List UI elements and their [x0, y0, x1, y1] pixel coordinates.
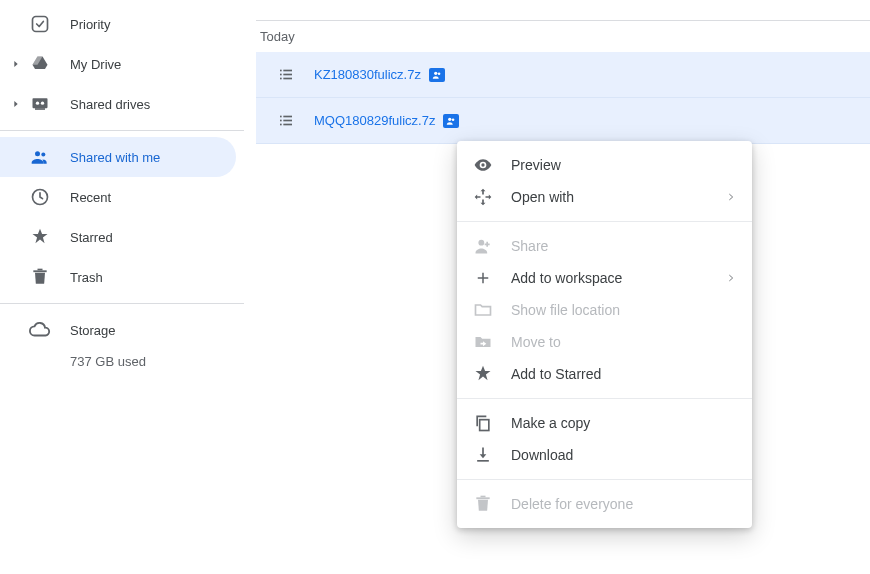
svg-rect-12 — [280, 77, 282, 79]
menu-show-location: Show file location — [457, 294, 752, 326]
people-icon — [28, 145, 52, 169]
svg-rect-0 — [33, 17, 48, 32]
svg-rect-11 — [280, 73, 282, 75]
menu-divider — [457, 398, 752, 399]
menu-make-copy[interactable]: Make a copy — [457, 407, 752, 439]
sidebar-label: Trash — [70, 270, 103, 285]
shared-drives-icon — [28, 92, 52, 116]
menu-label: Download — [511, 447, 573, 463]
sidebar-label: Starred — [70, 230, 113, 245]
storage-label: Storage — [70, 323, 116, 338]
svg-rect-8 — [33, 270, 46, 272]
sidebar-item-recent[interactable]: Recent — [0, 177, 236, 217]
archive-icon — [276, 65, 296, 85]
svg-rect-1 — [33, 98, 48, 108]
clock-icon — [28, 185, 52, 209]
divider — [0, 130, 244, 131]
svg-rect-29 — [477, 460, 489, 462]
trash-icon — [473, 494, 493, 514]
menu-download[interactable]: Download — [457, 439, 752, 471]
chevron-right-icon — [726, 192, 736, 202]
person-add-icon — [473, 236, 493, 256]
sidebar-item-shared-drives[interactable]: Shared drives — [0, 84, 236, 124]
section-header: Today — [256, 20, 870, 52]
menu-add-starred[interactable]: Add to Starred — [457, 358, 752, 390]
open-with-icon — [473, 187, 493, 207]
svg-rect-10 — [280, 69, 282, 71]
menu-add-workspace[interactable]: Add to workspace — [457, 262, 752, 294]
svg-point-17 — [438, 72, 441, 75]
drive-icon — [28, 52, 52, 76]
sidebar-item-my-drive[interactable]: My Drive — [0, 44, 236, 84]
svg-rect-28 — [480, 420, 489, 431]
svg-point-24 — [448, 117, 451, 120]
eye-icon — [473, 155, 493, 175]
menu-divider — [457, 221, 752, 222]
file-row[interactable]: MQQ180829fulicz.7z — [256, 98, 870, 144]
chevron-right-icon — [8, 59, 24, 69]
star-icon — [28, 225, 52, 249]
sidebar-label: Shared drives — [70, 97, 150, 112]
svg-rect-19 — [280, 119, 282, 121]
svg-rect-4 — [35, 108, 45, 110]
menu-share: Share — [457, 230, 752, 262]
menu-delete-everyone: Delete for everyone — [457, 488, 752, 520]
sidebar-label: Shared with me — [70, 150, 160, 165]
sidebar: Priority My Drive Shared drives Shared w… — [0, 0, 244, 369]
sidebar-item-shared-with-me[interactable]: Shared with me — [0, 137, 236, 177]
svg-rect-20 — [280, 123, 282, 125]
sidebar-label: Priority — [70, 17, 110, 32]
svg-rect-21 — [283, 115, 292, 117]
svg-point-3 — [41, 102, 44, 105]
menu-label: Delete for everyone — [511, 496, 633, 512]
main-panel: Today KZ180830fulicz.7z MQQ180829fulicz.… — [256, 0, 870, 144]
sidebar-label: Recent — [70, 190, 111, 205]
menu-label: Preview — [511, 157, 561, 173]
svg-point-25 — [452, 118, 455, 121]
chevron-right-icon — [8, 99, 24, 109]
svg-point-26 — [481, 163, 484, 166]
menu-divider — [457, 479, 752, 480]
archive-icon — [276, 111, 296, 131]
trash-icon — [28, 265, 52, 289]
svg-rect-13 — [283, 69, 292, 71]
storage-used: 737 GB used — [0, 354, 244, 369]
shared-badge-icon — [429, 68, 445, 82]
priority-icon — [28, 12, 52, 36]
sidebar-item-trash[interactable]: Trash — [0, 257, 236, 297]
cloud-icon — [28, 318, 52, 342]
svg-rect-22 — [283, 119, 292, 121]
context-menu: Preview Open with Share Add to workspace… — [457, 141, 752, 528]
sidebar-label: My Drive — [70, 57, 121, 72]
shared-badge-icon — [443, 114, 459, 128]
menu-open-with[interactable]: Open with — [457, 181, 752, 213]
menu-preview[interactable]: Preview — [457, 149, 752, 181]
svg-rect-15 — [283, 77, 292, 79]
menu-move-to: Move to — [457, 326, 752, 358]
file-name: MQQ180829fulicz.7z — [314, 113, 435, 128]
file-row[interactable]: KZ180830fulicz.7z — [256, 52, 870, 98]
plus-icon — [473, 268, 493, 288]
menu-label: Add to workspace — [511, 270, 622, 286]
file-name: KZ180830fulicz.7z — [314, 67, 421, 82]
sidebar-item-priority[interactable]: Priority — [0, 4, 236, 44]
menu-label: Move to — [511, 334, 561, 350]
svg-rect-18 — [280, 115, 282, 117]
sidebar-item-starred[interactable]: Starred — [0, 217, 236, 257]
star-icon — [473, 364, 493, 384]
menu-label: Show file location — [511, 302, 620, 318]
svg-rect-30 — [476, 497, 489, 499]
svg-point-16 — [434, 71, 437, 74]
menu-label: Make a copy — [511, 415, 590, 431]
svg-rect-31 — [481, 496, 486, 498]
svg-rect-23 — [283, 123, 292, 125]
folder-icon — [473, 300, 493, 320]
folder-move-icon — [473, 332, 493, 352]
sidebar-item-storage[interactable]: Storage — [0, 310, 244, 350]
svg-point-2 — [36, 102, 39, 105]
menu-label: Share — [511, 238, 548, 254]
menu-label: Open with — [511, 189, 574, 205]
menu-label: Add to Starred — [511, 366, 601, 382]
divider — [0, 303, 244, 304]
download-icon — [473, 445, 493, 465]
